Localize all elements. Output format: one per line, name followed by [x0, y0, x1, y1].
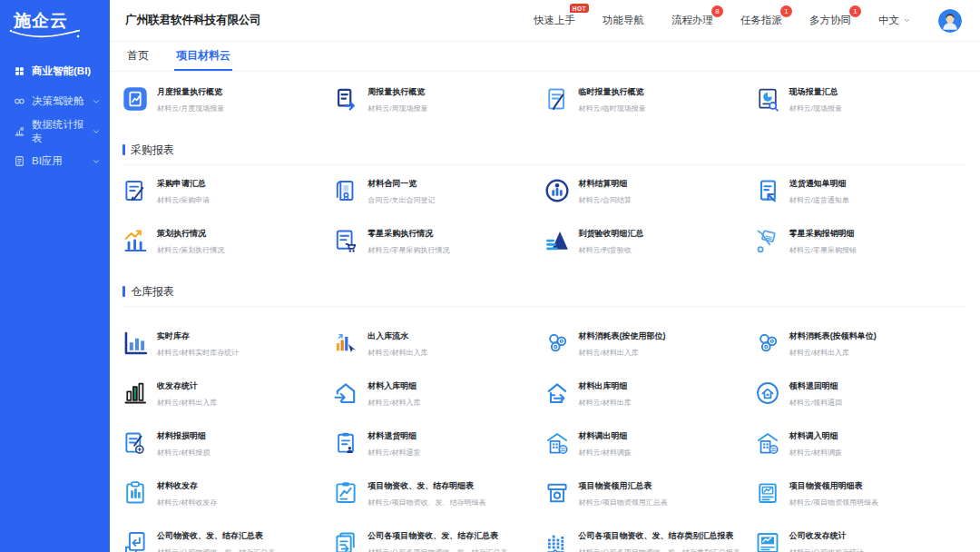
report-title: 材料入库明细 [368, 381, 420, 391]
report-card-monthly-report[interactable]: 月度报量执行概览材料云/月度现场报量 [122, 86, 333, 136]
report-card-return-material[interactable]: 领料退回明细材料云/领料退回 [755, 380, 965, 430]
report-path: 材料云/材料入库 [368, 398, 420, 408]
petty-reimburse-icon [755, 228, 780, 253]
report-path: 材料云/材料实时库存统计 [157, 348, 239, 358]
report-path: 材料云/公司各项目物资收、发、结存类别汇总报表 [579, 547, 740, 552]
report-card-site-report[interactable]: 现场报量汇总材料云/现场报量 [755, 86, 965, 136]
sidebar-item-cockpit[interactable]: 决策驾驶舱 [0, 86, 110, 116]
purchase-request-icon [122, 178, 148, 203]
count-badge: 1 [780, 5, 792, 17]
section-header: 仓库报表 [122, 285, 965, 298]
section-title: 采购报表 [131, 143, 174, 158]
user-avatar[interactable] [938, 9, 962, 33]
sidebar-item-label: 数据统计报表 [32, 118, 85, 145]
report-card-req-detail[interactable]: 项目物资领用明细表材料云/项目物资领用明细表 [755, 480, 965, 530]
report-card-settlement[interactable]: 材料结算明细材料云/合同结算 [544, 178, 755, 228]
project-detail-icon [333, 480, 358, 506]
report-path: 材料云/材料出入库 [789, 348, 877, 358]
nav-process-handling[interactable]: 流程办理8 [671, 14, 713, 27]
report-card-consumption[interactable]: 材料消耗表(按领料单位)材料云/材料出入库 [755, 330, 965, 380]
hot-badge: HOT [570, 4, 589, 13]
report-card-damage[interactable]: 材料报损明细材料云/材料报损 [122, 430, 333, 480]
report-card-delivery-note[interactable]: 送货通知单明细材料云/送货通知单 [755, 178, 965, 228]
petty-purchase-icon [333, 228, 358, 253]
cockpit-icon [14, 95, 25, 107]
report-card-outbound[interactable]: 材料出库明细材料云/材料出库 [544, 380, 755, 430]
nav-quick-start[interactable]: 快速上手HOT [534, 14, 575, 27]
report-title: 材料结算明细 [579, 179, 632, 189]
report-title: 策划执行情况 [157, 229, 224, 239]
report-title: 项目物资收、发、结存明细表 [368, 481, 485, 491]
sidebar-item-stats-report[interactable]: 数据统计报表 [0, 116, 110, 146]
report-path: 材料云/材料收发存 [157, 498, 217, 508]
report-card-arrival[interactable]: 到货验收明细汇总材料云/到货验收 [544, 228, 755, 278]
nav-task-assign[interactable]: 任务指派1 [740, 14, 782, 27]
nav-multi-collab[interactable]: 多方协同1 [809, 14, 851, 27]
report-card-temp-report[interactable]: 临时报量执行概览材料云/临时现场报量 [544, 86, 755, 136]
report-title: 公司各项目物资收、发、结存汇总表 [368, 531, 507, 541]
report-path: 材料云/现场报量 [789, 104, 842, 113]
sidebar-item-bi-app[interactable]: BI应用 [0, 146, 110, 176]
language-label: 中文 [878, 14, 899, 27]
tab-home[interactable]: 首页 [125, 42, 151, 71]
report-path: 材料云/材料报损 [157, 448, 210, 458]
report-card-company-stats[interactable]: 公司收发存统计材料云/公司收发存统计 [755, 530, 965, 552]
app-window: 施企云 商业智能(BI)决策驾驶舱数据统计报表BI应用 广州联君软件科技有限公司… [0, 0, 980, 552]
report-card-consumption[interactable]: 材料消耗表(按使用部位)材料云/材料出入库 [544, 330, 755, 380]
report-card-inout-flow[interactable]: 出入库流水材料云/材料出入库 [333, 330, 544, 380]
report-title: 收发存统计 [157, 381, 217, 391]
report-path: 材料云/项目物资收、发、结存明细表 [368, 498, 485, 508]
report-card-receipt-issue-stats[interactable]: 收发存统计材料云/材料出入库 [122, 380, 333, 430]
report-card-realtime-stock[interactable]: 实时库存材料云/材料实时库存统计 [122, 330, 333, 380]
report-card-petty-reimburse[interactable]: 零星采购报销明细材料云/零星采购报销 [755, 228, 965, 278]
report-path: 材料云/领料退回 [789, 398, 842, 408]
report-title: 实时库存 [157, 331, 239, 341]
report-card-contract[interactable]: 材料合同一览合同云/支出合同登记 [333, 178, 544, 228]
company-summary-icon [122, 530, 148, 552]
company-name: 广州联君软件科技有限公司 [125, 13, 261, 28]
report-path: 材料云/周现场报量 [368, 104, 427, 113]
damage-icon [122, 430, 148, 456]
report-card-purchase-request[interactable]: 采购申请汇总材料云/采购申请 [122, 178, 333, 228]
tab-label: 首页 [127, 48, 149, 64]
report-title: 月度报量执行概览 [157, 87, 224, 97]
delivery-note-icon [755, 178, 780, 203]
report-card-stock-rfs[interactable]: 材料收发存材料云/材料收发存 [122, 480, 333, 530]
report-card-company-category[interactable]: 公司各项目物资收、发、结存类别汇总报表材料云/公司各项目物资收、发、结存类别汇总… [544, 530, 755, 552]
company-projects-icon [333, 530, 358, 552]
report-title: 零星采购执行情况 [368, 229, 449, 239]
transfer-icon [544, 430, 570, 456]
tab-project-material-cloud[interactable]: 项目材料云 [174, 42, 232, 71]
sidebar-item-bi[interactable]: 商业智能(BI) [0, 56, 110, 86]
report-card-transfer[interactable]: 材料调出明细材料云/材料调拨 [544, 430, 755, 480]
report-path: 材料云/零星采购报销 [789, 245, 857, 255]
req-detail-icon [755, 480, 780, 506]
grid-icon [14, 65, 25, 77]
report-grid: 实时库存材料云/材料实时库存统计出入库流水材料云/材料出入库材料消耗表(按使用部… [122, 330, 965, 552]
report-path: 材料云/策划执行情况 [157, 245, 224, 255]
report-card-req-summary[interactable]: 项目物资领用汇总表材料云/项目物资领用汇总表 [544, 480, 755, 530]
report-title: 领料退回明细 [789, 381, 842, 391]
report-path: 材料云/材料退货 [368, 448, 420, 458]
transfer-icon [755, 430, 780, 456]
report-card-project-detail[interactable]: 项目物资收、发、结存明细表材料云/项目物资收、发、结存明细表 [333, 480, 544, 530]
report-card-petty-purchase[interactable]: 零星采购执行情况材料云/零星采购执行情况 [333, 228, 544, 278]
inout-flow-icon [333, 330, 358, 356]
sidebar: 施企云 商业智能(BI)决策驾驶舱数据统计报表BI应用 [0, 0, 110, 552]
report-card-planning[interactable]: 策划执行情况材料云/策划执行情况 [122, 228, 333, 278]
report-card-company-projects[interactable]: 公司各项目物资收、发、结存汇总表材料云/公司各项目物资收、发、结存汇总表 [333, 530, 544, 552]
report-card-inbound[interactable]: 材料入库明细材料云/材料入库 [333, 380, 544, 430]
section-header: 采购报表 [122, 143, 965, 156]
report-card-return-goods[interactable]: 材料退货明细材料云/材料退货 [333, 430, 544, 480]
report-path: 材料云/合同结算 [579, 195, 632, 205]
report-card-company-summary[interactable]: 公司物资收、发、结存汇总表材料云/公司物资收、发、结存汇总表 [122, 530, 333, 552]
report-card-weekly-report[interactable]: 周报量执行概览材料云/周现场报量 [333, 86, 544, 136]
app-logo: 施企云 [0, 0, 110, 42]
language-selector[interactable]: 中文 [878, 14, 911, 27]
main-area: 广州联君软件科技有限公司 快速上手HOT功能导航流程办理8任务指派1多方协同1中… [110, 0, 980, 552]
nav-label: 快速上手 [534, 15, 575, 25]
report-path: 材料云/临时现场报量 [579, 104, 646, 113]
report-card-transfer[interactable]: 材料调入明细材料云/材料调拨 [755, 430, 965, 480]
report-title: 公司收发存统计 [789, 531, 864, 541]
nav-feature-nav[interactable]: 功能导航 [603, 14, 644, 27]
